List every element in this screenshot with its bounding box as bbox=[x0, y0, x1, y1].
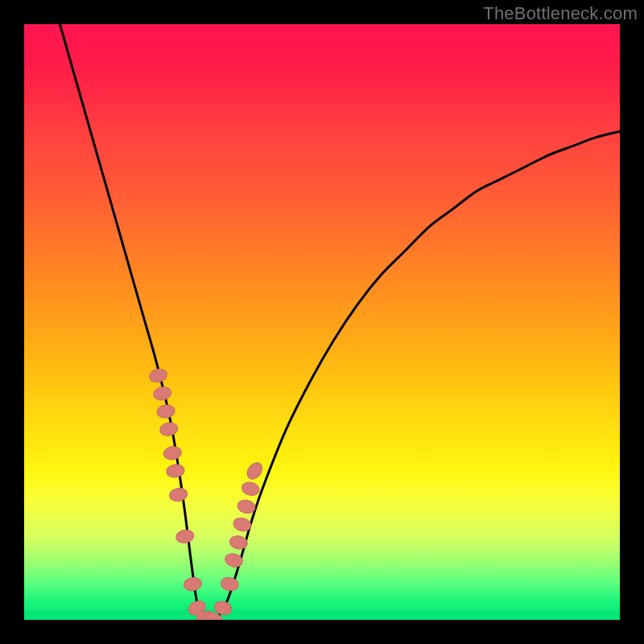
data-point bbox=[163, 445, 182, 460]
data-point bbox=[169, 487, 188, 502]
data-point bbox=[229, 535, 249, 551]
chart-svg bbox=[24, 24, 620, 620]
scatter-points bbox=[148, 367, 265, 620]
watermark-text: TheBottleneck.com bbox=[483, 3, 638, 24]
data-point bbox=[220, 576, 239, 592]
data-point bbox=[175, 529, 195, 544]
data-point bbox=[156, 403, 175, 419]
data-point bbox=[152, 386, 172, 402]
data-point bbox=[183, 576, 202, 592]
data-point bbox=[241, 481, 261, 497]
chart-frame: TheBottleneck.com bbox=[0, 0, 644, 644]
bottleneck-curve bbox=[60, 24, 620, 620]
data-point bbox=[159, 422, 179, 437]
plot-area bbox=[24, 24, 620, 620]
curve-path bbox=[60, 24, 620, 620]
data-point bbox=[148, 367, 168, 384]
data-point bbox=[245, 460, 266, 481]
data-point bbox=[166, 464, 185, 479]
